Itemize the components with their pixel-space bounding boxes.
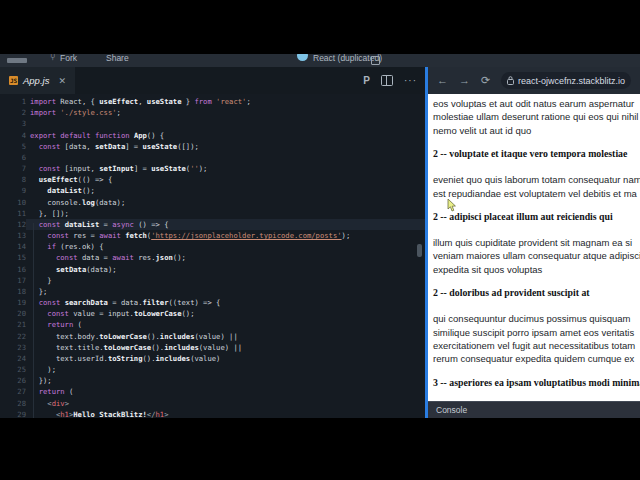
code-line[interactable]: const [data, setData] = useState([]); [26,141,425,152]
line-number: 28 [0,398,26,409]
post-heading: 2 -- doloribus ad provident suscipit at [433,285,640,300]
tab-appjs[interactable]: JS App.js ✕ [0,67,75,94]
line-number: 10 [0,197,26,208]
line-number: 6 [0,152,26,163]
address-url: react-ojwcefnz.stackblitz.io [518,76,625,86]
post-body-line: eveniet quo quis laborum totam consequat… [433,173,640,186]
code-line[interactable]: }, []); [26,208,425,219]
code-line[interactable]: const dataList = async () => { [26,219,425,230]
code-line[interactable]: useEffect(() => { [26,174,425,185]
code-line[interactable]: const data = await res.json(); [26,252,425,263]
line-number: 4 [0,130,26,141]
code-line[interactable]: const res = await fetch('https://jsonpla… [26,230,425,241]
post-body-line: molestiae ullam deserunt ratione qui eos… [433,110,640,123]
back-icon[interactable]: ← [437,75,448,86]
address-bar[interactable]: react-ojwcefnz.stackblitz.io [501,72,631,89]
line-number: 24 [0,353,26,364]
editor-scrollbar[interactable] [417,244,422,257]
code-line[interactable]: export default function App() { [26,130,425,141]
line-number: 18 [0,286,26,297]
line-number: 12 [0,219,26,230]
line-number: 11 [0,208,26,219]
open-in-new-icon[interactable] [371,56,380,65]
indent-guide [33,223,34,418]
js-file-icon: JS [9,76,18,85]
prettier-button[interactable]: P [363,75,370,86]
split-editor-icon[interactable] [381,75,393,86]
code-line[interactable]: return ( [26,386,425,397]
preview-browser-bar: ← → ⟳ react-ojwcefnz.stackblitz.io [428,67,640,94]
close-tab-icon[interactable]: ✕ [58,76,66,86]
forward-icon[interactable]: → [459,75,470,86]
line-number: 2 [0,107,26,118]
line-number: 23 [0,342,26,353]
post-heading: 2 -- voluptate et itaque vero tempora mo… [433,146,640,161]
line-number: 5 [0,141,26,152]
post-body-line: nemo velit ut aut id quo [433,124,640,137]
line-number: 25 [0,364,26,375]
refresh-icon[interactable]: ⟳ [481,75,490,86]
editor-actions: P ··· [363,67,417,94]
line-number: 8 [0,174,26,185]
code-line[interactable]: return ( [26,319,425,330]
main-split: JS App.js ✕ P ··· 1234567891011121314151… [0,67,640,418]
code-line[interactable]: const [input, setInput] = useState(''); [26,163,425,174]
fork-button[interactable]: Fork [60,54,77,66]
screen-frame: ⑂ Fork Share React (duplicated) JS App.j… [0,0,640,480]
code-line[interactable]: } [26,275,425,286]
code-line[interactable] [26,152,425,163]
post-body-line: expedita sit quos voluptas [433,263,640,276]
code-line[interactable]: text.userId.toString().includes(value) [26,353,425,364]
avatar[interactable] [297,54,308,61]
code-line[interactable]: console.log(data); [26,197,425,208]
code-line[interactable]: const value = input.toLowerCase(); [26,308,425,319]
line-number: 13 [0,230,26,241]
share-button[interactable]: Share [106,54,129,66]
post-heading: 2 -- adipisci placeat illum aut reiciend… [433,209,640,224]
code-line[interactable]: if (res.ok) { [26,241,425,252]
code-line[interactable]: }; [26,286,425,297]
post-body: qui consequuntur ducimus possimus quisqu… [433,312,640,366]
code-editor[interactable]: 1234567891011121314151617181920212223242… [0,94,425,418]
preview-pane: ← → ⟳ react-ojwcefnz.stackblitz.io [428,67,640,418]
line-number: 20 [0,308,26,319]
preview-content[interactable]: eos voluptas et aut odit natus earum asp… [428,94,640,401]
code-line[interactable]: }); [26,375,425,386]
code-line[interactable]: const searchData = data.filter((text) =>… [26,297,425,308]
more-options-icon[interactable]: ··· [404,75,417,86]
code-line[interactable] [26,118,425,129]
code-line[interactable]: text.title.toLowerCase().includes(value)… [26,342,425,353]
console-drawer[interactable]: Console [428,401,640,418]
code-line[interactable]: <div> [26,398,425,409]
post-body: illum quis cupiditate provident sit magn… [433,236,640,276]
line-number: 16 [0,264,26,275]
line-number: 26 [0,375,26,386]
lock-icon [507,76,514,85]
post-body-line: qui consequuntur ducimus possimus quisqu… [433,312,640,325]
editor-code[interactable]: import React, { useEffect, useState } fr… [26,94,425,418]
post-body-line: rerum consequatur expedita quidem cumque… [433,352,640,365]
line-number: 21 [0,319,26,330]
top-toolbar: ⑂ Fork Share React (duplicated) [0,54,640,67]
code-line[interactable]: import './style.css'; [26,107,425,118]
line-number: 29 [0,409,26,418]
line-number: 14 [0,241,26,252]
line-number: 1 [0,96,26,107]
line-number: 9 [0,185,26,196]
code-line[interactable]: <h1>Hello StackBlitz!</h1> [26,409,425,418]
editor-tabbar: JS App.js ✕ P ··· [0,67,425,94]
line-number: 17 [0,275,26,286]
code-line[interactable]: setData(data); [26,264,425,275]
code-line[interactable]: text.body.toLowerCase().includes(value) … [26,331,425,342]
editor-pane: JS App.js ✕ P ··· 1234567891011121314151… [0,67,425,418]
post-body-line: similique suscipit porro ipsam amet eos … [433,326,640,339]
toolbar-left-icon[interactable] [7,58,27,63]
code-line[interactable]: ); [26,364,425,375]
post-body-line: exercitationem vel fugit aut necessitati… [433,339,640,352]
line-number: 7 [0,163,26,174]
code-line[interactable]: dataList(); [26,185,425,196]
post-body: eveniet quo quis laborum totam consequat… [433,173,640,200]
code-line[interactable]: import React, { useEffect, useState } fr… [26,96,425,107]
line-number: 19 [0,297,26,308]
line-number: 15 [0,252,26,263]
